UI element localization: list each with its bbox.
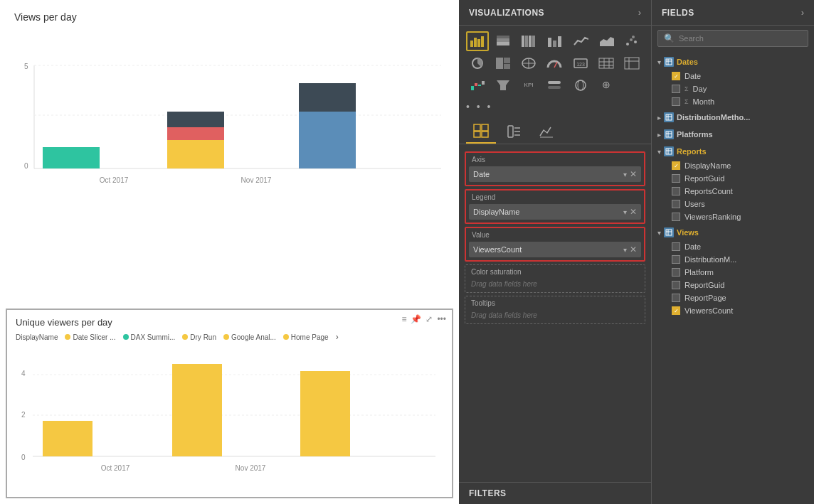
viz-icon-gauge[interactable] bbox=[543, 53, 566, 73]
viz-icon-treemap[interactable] bbox=[492, 53, 514, 73]
views-reportguid-name: ReportGuid bbox=[684, 281, 724, 289]
field-item-dates-date[interactable]: Date bbox=[652, 70, 814, 82]
dates-date-checkbox[interactable] bbox=[672, 72, 680, 80]
field-group-dates-header[interactable]: ▾ Dates bbox=[652, 54, 814, 70]
field-group-distmethod-header[interactable]: ▸ DistributionMetho... bbox=[652, 109, 814, 125]
expand-icon[interactable]: ⤢ bbox=[426, 314, 433, 324]
viz-icon-line-chart[interactable] bbox=[569, 31, 592, 51]
field-item-views-platform[interactable]: Platform bbox=[652, 266, 814, 279]
field-item-reports-viewersranking[interactable]: ViewersRanking bbox=[652, 210, 814, 223]
field-item-reports-users[interactable]: Users bbox=[652, 198, 814, 210]
views-distributionm-name: DistributionM... bbox=[684, 255, 736, 264]
svg-rect-73 bbox=[474, 124, 480, 131]
legend-field-close[interactable]: ✕ bbox=[630, 207, 637, 217]
svg-marker-39 bbox=[600, 37, 614, 46]
views-date-checkbox[interactable] bbox=[672, 242, 680, 251]
viz-icon-custom[interactable]: ⊕ bbox=[595, 75, 618, 95]
chart-corner-icons: ≡ 📌 ⤢ ••• bbox=[401, 314, 446, 324]
viz-icon-bar-stacked[interactable] bbox=[492, 31, 514, 51]
filters-header: FILTERS bbox=[459, 482, 651, 504]
field-group-platforms: ▸ Platforms bbox=[652, 127, 814, 142]
viz-zone-axis-value[interactable]: Date ▾ ✕ bbox=[469, 166, 641, 182]
field-item-views-viewerscount[interactable]: ViewersCount bbox=[652, 304, 814, 317]
viz-zone-legend-value[interactable]: DisplayName ▾ ✕ bbox=[469, 204, 641, 220]
viz-icon-bar-clustered[interactable] bbox=[466, 31, 489, 51]
field-item-views-date[interactable]: Date bbox=[652, 240, 814, 253]
viz-icon-card[interactable]: 123 bbox=[569, 53, 592, 73]
field-item-views-reportguid[interactable]: ReportGuid bbox=[652, 279, 814, 291]
fields-panel-title: FIELDS bbox=[662, 8, 694, 18]
viz-icon-globe[interactable] bbox=[569, 75, 592, 95]
axis-field-close[interactable]: ✕ bbox=[630, 169, 637, 179]
viz-icon-waterfall[interactable] bbox=[466, 75, 489, 95]
viz-tab-fields[interactable] bbox=[466, 119, 496, 144]
viz-panel-collapse[interactable]: › bbox=[638, 7, 641, 18]
views-reportpage-checkbox[interactable] bbox=[672, 294, 680, 302]
pin-icon[interactable]: 📌 bbox=[411, 314, 421, 324]
reports-viewersranking-checkbox[interactable] bbox=[672, 213, 680, 221]
views-viewerscount-checkbox[interactable] bbox=[672, 306, 680, 315]
viz-icon-slicer[interactable] bbox=[543, 75, 566, 95]
svg-rect-30 bbox=[497, 38, 509, 42]
svg-text:0: 0 bbox=[21, 454, 26, 461]
viz-tabs bbox=[459, 117, 651, 144]
views-group-name: Views bbox=[677, 228, 699, 237]
field-group-views-header[interactable]: ▾ Views bbox=[652, 225, 814, 240]
viz-zone-value-label: Value bbox=[466, 228, 644, 240]
viz-icon-table[interactable] bbox=[595, 53, 618, 73]
viz-tab-analytics[interactable] bbox=[532, 120, 561, 143]
viz-tab-format[interactable] bbox=[499, 120, 529, 143]
field-group-reports-header[interactable]: ▾ Reports bbox=[652, 144, 814, 159]
field-item-dates-month[interactable]: Σ Month bbox=[652, 95, 814, 108]
viz-icon-matrix[interactable] bbox=[620, 53, 643, 73]
value-field-chevron[interactable]: ▾ bbox=[623, 246, 627, 254]
field-item-views-reportpage[interactable]: ReportPage bbox=[652, 291, 814, 304]
field-group-platforms-header[interactable]: ▸ Platforms bbox=[652, 127, 814, 142]
reports-users-name: Users bbox=[684, 200, 705, 208]
viz-icon-pie[interactable] bbox=[466, 53, 489, 73]
value-field-close[interactable]: ✕ bbox=[630, 245, 637, 254]
views-distributionm-checkbox[interactable] bbox=[672, 255, 680, 264]
viz-zone-value-value[interactable]: ViewersCount ▾ ✕ bbox=[469, 242, 641, 257]
views-platform-checkbox[interactable] bbox=[672, 268, 680, 277]
reports-reportscount-checkbox[interactable] bbox=[672, 187, 680, 195]
viz-zone-axis: Axis Date ▾ ✕ bbox=[465, 151, 645, 186]
viz-icon-column-chart[interactable] bbox=[543, 31, 566, 51]
viz-icon-scatter[interactable] bbox=[620, 31, 643, 51]
viz-icon-funnel[interactable] bbox=[492, 75, 514, 95]
viz-icon-kpi[interactable]: KPI bbox=[517, 75, 540, 95]
svg-text:Nov 2017: Nov 2017 bbox=[236, 464, 266, 472]
fields-search-input[interactable] bbox=[679, 34, 802, 43]
dates-month-name: Month bbox=[693, 97, 715, 106]
field-item-dates-day[interactable]: Σ Day bbox=[652, 82, 814, 95]
legend-dot-0 bbox=[65, 334, 70, 340]
viz-icon-area-chart[interactable] bbox=[595, 31, 618, 51]
reports-reportguid-checkbox[interactable] bbox=[672, 174, 680, 183]
reports-users-checkbox[interactable] bbox=[672, 200, 680, 208]
fields-panel: FIELDS › 🔍 ▾ Dates Date Σ Day bbox=[651, 0, 814, 504]
viz-icons-grid: 123 bbox=[459, 26, 651, 98]
fields-panel-collapse[interactable]: › bbox=[801, 7, 804, 18]
svg-rect-54 bbox=[599, 58, 613, 68]
svg-text:0: 0 bbox=[24, 162, 28, 170]
svg-text:2: 2 bbox=[21, 411, 26, 419]
svg-rect-35 bbox=[532, 36, 535, 47]
legend-field-chevron[interactable]: ▾ bbox=[623, 208, 627, 216]
field-item-reports-reportguid[interactable]: ReportGuid bbox=[652, 172, 814, 185]
viz-icon-bar-100[interactable] bbox=[517, 31, 540, 51]
reports-displayname-checkbox[interactable] bbox=[672, 161, 680, 170]
field-item-views-distributionm[interactable]: DistributionM... bbox=[652, 253, 814, 266]
dates-month-checkbox[interactable] bbox=[672, 97, 680, 106]
legend-field-name: DisplayName bbox=[473, 208, 620, 216]
dates-arrow: ▾ bbox=[657, 58, 661, 66]
views-reportguid-checkbox[interactable] bbox=[672, 281, 680, 289]
field-item-reports-reportscount[interactable]: ReportsCount bbox=[652, 185, 814, 198]
field-item-reports-displayname[interactable]: DisplayName bbox=[652, 159, 814, 172]
dates-day-checkbox[interactable] bbox=[672, 85, 680, 93]
more-icon[interactable]: ••• bbox=[437, 314, 446, 324]
axis-field-chevron[interactable]: ▾ bbox=[623, 171, 627, 178]
viz-icon-map[interactable] bbox=[517, 53, 540, 73]
drag-icon[interactable]: ≡ bbox=[401, 314, 406, 324]
viz-more-dots[interactable]: • • • bbox=[459, 98, 651, 117]
legend-next-arrow[interactable]: › bbox=[336, 332, 339, 342]
